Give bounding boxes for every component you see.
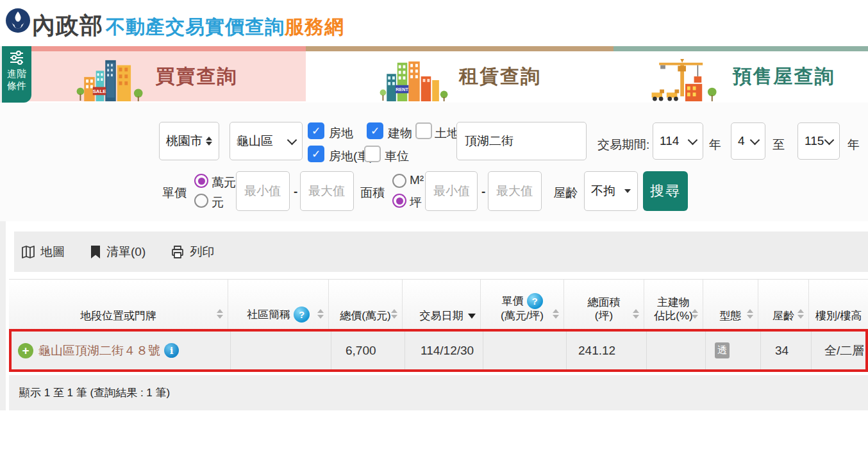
- chevron-down-icon: [287, 135, 297, 145]
- help-icon[interactable]: ?: [294, 307, 310, 323]
- table-row[interactable]: + 龜山區頂湖二街４８號 i 6,700 114/12/30 241.12 透 …: [12, 332, 865, 369]
- checkbox-house-land[interactable]: ✓: [308, 122, 324, 139]
- house-age-value: 不拘: [591, 183, 615, 199]
- year-unit-label: 年: [709, 137, 721, 153]
- tab-presale-query[interactable]: 預售屋查詢: [613, 46, 868, 101]
- sort-arrows-icon[interactable]: [391, 309, 397, 319]
- year-from-select[interactable]: 114: [653, 122, 703, 160]
- year-to-select[interactable]: 115: [797, 122, 840, 160]
- cell-age: 34: [761, 332, 812, 369]
- sort-arrows-icon[interactable]: [633, 309, 639, 319]
- column-header-type[interactable]: 型態: [703, 280, 758, 329]
- radio-square-meter[interactable]: [392, 174, 406, 188]
- checkbox-parking-label[interactable]: 車位: [385, 148, 409, 165]
- sort-arrows-icon[interactable]: [797, 309, 804, 319]
- tab-sale-query[interactable]: SALE 買賣查詢: [6, 46, 306, 101]
- info-icon[interactable]: i: [164, 343, 179, 358]
- month-from-select[interactable]: 4: [731, 122, 765, 160]
- print-button[interactable]: 列印: [170, 244, 214, 260]
- radio-ping[interactable]: [392, 194, 406, 208]
- city-sale-illustration: SALE: [75, 58, 147, 101]
- tab-sale-label: 買賣查詢: [156, 63, 238, 90]
- list-button-label: 清單(0): [106, 244, 146, 260]
- sort-arrows-icon[interactable]: [553, 309, 559, 319]
- radio-yuan-label[interactable]: 元: [212, 194, 224, 211]
- address-link[interactable]: 龜山區頂湖二街４８號: [38, 342, 160, 359]
- search-button[interactable]: 搜尋: [643, 171, 688, 211]
- column-header-main-building-ratio[interactable]: 主建物 佔比(%): [644, 280, 703, 329]
- checkbox-house-land-label[interactable]: 房地: [329, 125, 353, 142]
- radio-wan-yuan[interactable]: [194, 174, 208, 188]
- site-title-main: 不動產交易實價查詢: [106, 14, 285, 40]
- tab-sale-accent-bar: [6, 46, 306, 51]
- map-button[interactable]: 地圖: [21, 244, 65, 260]
- column-header-total-area[interactable]: 總面積 (坪): [564, 280, 644, 329]
- radio-ping-label[interactable]: 坪: [410, 194, 422, 211]
- area-label: 面積: [360, 185, 385, 201]
- column-header-age[interactable]: 屋齡: [758, 280, 809, 329]
- year-from-value: 114: [660, 134, 679, 148]
- tab-strip: SALE 買賣查詢: [6, 46, 868, 101]
- street-input[interactable]: [456, 122, 587, 160]
- checkbox-parking[interactable]: [364, 146, 381, 162]
- checkbox-house-land-car[interactable]: ✓: [308, 146, 324, 162]
- radio-yuan[interactable]: [194, 194, 208, 208]
- help-icon[interactable]: ?: [527, 293, 543, 309]
- sliders-icon: [9, 50, 24, 65]
- sort-arrows-icon[interactable]: [747, 309, 753, 319]
- checkbox-land[interactable]: [415, 122, 432, 139]
- column-header-address[interactable]: 地段位置或門牌: [9, 280, 228, 329]
- map-button-label: 地圖: [40, 244, 65, 260]
- cell-floor: 全/二層: [812, 332, 868, 369]
- sort-desc-icon[interactable]: [468, 314, 476, 319]
- sort-arrows-icon[interactable]: [317, 309, 324, 319]
- tab-rent-query[interactable]: RENT 租賃查詢: [306, 46, 613, 101]
- unit-price-range-dash: -: [294, 185, 297, 199]
- city-select[interactable]: 桃園市: [159, 122, 219, 160]
- area-range-dash: -: [481, 185, 485, 199]
- checkbox-building[interactable]: ✓: [367, 122, 383, 139]
- unit-price-min-input[interactable]: [236, 171, 290, 211]
- rent-sign-text: RENT: [396, 87, 408, 92]
- print-button-label: 列印: [190, 244, 214, 260]
- column-header-unit-price[interactable]: 單價? (萬元/坪): [481, 280, 564, 329]
- area-max-input[interactable]: [488, 171, 542, 211]
- column-header-total-price[interactable]: 總價(萬元): [329, 280, 403, 329]
- column-header-community[interactable]: 社區簡稱?: [228, 280, 329, 329]
- chevron-down-icon: [824, 135, 835, 145]
- sort-arrows-icon[interactable]: [217, 309, 223, 319]
- radio-wan-yuan-label[interactable]: 萬元: [212, 174, 236, 191]
- cell-date: 114/12/30: [405, 332, 483, 369]
- house-age-label: 屋齡: [553, 185, 578, 201]
- unit-price-max-input[interactable]: [300, 171, 354, 211]
- list-button[interactable]: 清單(0): [89, 244, 146, 260]
- city-rent-illustration: RENT: [378, 58, 450, 101]
- sale-sign-text: SALE: [92, 88, 106, 94]
- results-toolbar: 地圖 清單(0) 列印: [14, 231, 868, 272]
- tab-rent-label: 租賃查詢: [459, 63, 541, 90]
- checkbox-land-label[interactable]: 土地: [435, 125, 459, 142]
- district-select[interactable]: 龜山區: [230, 122, 303, 160]
- site-title-agency: 內政部: [32, 10, 103, 42]
- area-min-input[interactable]: [425, 171, 478, 211]
- tab-presale-label: 預售屋查詢: [733, 63, 835, 90]
- site-title: 內政部 不動產交易實價查詢 服務網: [32, 10, 344, 42]
- advanced-conditions-button[interactable]: 進階 條件: [2, 46, 31, 103]
- results-summary-text: 顯示 1 至 1 筆 (查詢結果 : 1 筆): [19, 385, 170, 400]
- construction-illustration: [647, 58, 724, 101]
- house-age-select[interactable]: 不拘: [584, 171, 638, 211]
- bookmark-icon: [89, 245, 102, 259]
- column-header-floor[interactable]: 樓別/樓高: [809, 280, 868, 329]
- radio-square-meter-label[interactable]: M²: [410, 173, 424, 187]
- cell-address: + 龜山區頂湖二街４８號 i: [12, 332, 231, 369]
- column-header-date[interactable]: 交易日期: [403, 280, 481, 329]
- results-table-header: 地段位置或門牌 社區簡稱? 總價(萬元) 交易日期 單價? (萬元/坪) 總面積…: [9, 279, 868, 329]
- checkbox-building-label[interactable]: 建物: [388, 125, 412, 142]
- period-to-label: 至: [772, 137, 785, 153]
- expand-plus-icon[interactable]: +: [18, 343, 33, 358]
- advanced-conditions-label: 進階 條件: [7, 67, 26, 92]
- year-unit-label-2: 年: [847, 137, 860, 153]
- result-row-highlight: + 龜山區頂湖二街４８號 i 6,700 114/12/30 241.12 透 …: [9, 329, 868, 372]
- sort-arrows-icon[interactable]: [692, 309, 698, 319]
- unit-price-label: 單價: [162, 185, 187, 201]
